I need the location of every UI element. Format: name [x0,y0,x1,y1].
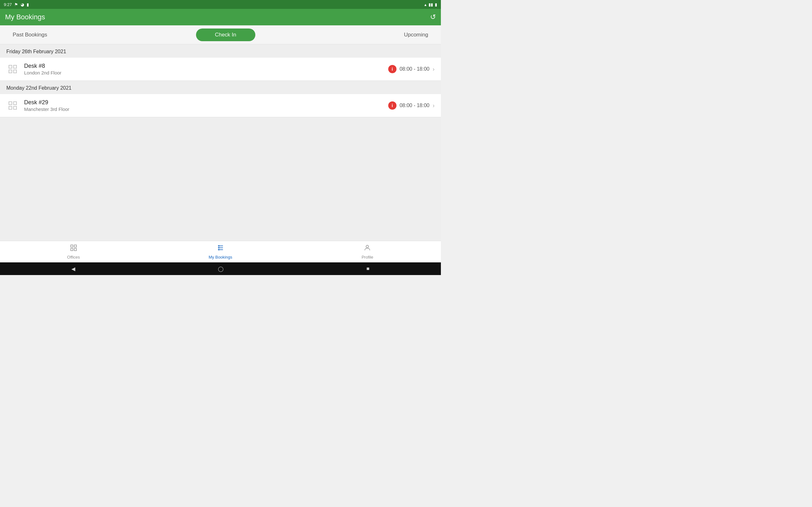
svg-rect-9 [74,245,77,247]
booking-info-1: Desk #8 London 2nd Floor [24,63,388,75]
signal-icon: ▮▮ [428,2,433,7]
chevron-right-1: › [433,66,435,72]
svg-rect-1 [14,65,16,68]
svg-rect-10 [71,248,73,250]
desk-icon-2 [6,99,19,112]
profile-label: Profile [362,255,373,260]
booking-name-2: Desk #29 [24,99,388,106]
svg-rect-6 [9,107,12,109]
date-header-1: Friday 26th February 2021 [0,44,441,58]
date-header-2: Monday 22nd February 2021 [0,81,441,94]
svg-rect-8 [71,245,73,247]
tab-past-bookings[interactable]: Past Bookings [8,29,52,41]
booking-name-1: Desk #8 [24,63,388,69]
booking-info-2: Desk #29 Manchester 3rd Floor [24,99,388,112]
booking-time-1: 08:00 - 18:00 [400,66,429,72]
system-nav-bar: ◀ ◯ ■ [0,262,441,275]
svg-rect-0 [9,65,12,68]
date-label-2: Monday 22nd February 2021 [6,85,71,91]
refresh-button[interactable]: ↺ [430,13,436,21]
svg-rect-2 [9,70,12,73]
svg-rect-4 [9,102,12,105]
bookings-content: Friday 26th February 2021 Desk #8 London… [0,44,441,241]
home-button[interactable]: ◯ [218,266,223,272]
tab-bar: Past Bookings Check In Upcoming [0,25,441,44]
booking-group-1: Friday 26th February 2021 Desk #8 London… [0,44,441,81]
svg-point-18 [366,245,368,248]
alert-badge-2: i [388,101,397,110]
status-bar: 9:27 ⚑ ◕ ▮ ▴ ▮▮ ▮ [0,0,441,9]
circle-dot-icon: ◕ [20,2,24,7]
svg-rect-3 [14,70,16,73]
app-bar-title: My Bookings [5,13,45,21]
date-label-1: Friday 26th February 2021 [6,49,66,54]
booking-right-1: i 08:00 - 18:00 › [388,65,435,73]
svg-point-17 [218,249,219,250]
booking-card-1[interactable]: Desk #8 London 2nd Floor i 08:00 - 18:00… [0,58,441,81]
tab-check-in[interactable]: Check In [196,29,255,41]
booking-location-1: London 2nd Floor [24,70,388,75]
wifi-icon: ▴ [424,2,426,7]
bottom-nav: Offices My Bookings Profile [0,241,441,262]
recents-button[interactable]: ■ [366,266,369,272]
booking-card-2[interactable]: Desk #29 Manchester 3rd Floor i 08:00 - … [0,94,441,117]
tab-upcoming[interactable]: Upcoming [399,29,433,41]
svg-rect-11 [74,248,77,250]
status-left: 9:27 ⚑ ◕ ▮ [4,2,29,7]
booking-right-2: i 08:00 - 18:00 › [388,101,435,110]
chevron-right-2: › [433,102,435,109]
nav-my-bookings[interactable]: My Bookings [147,244,294,260]
battery-status-icon: ▮ [435,2,437,7]
offices-icon [70,244,78,253]
bookmark-icon: ⚑ [14,2,18,7]
back-button[interactable]: ◀ [71,266,75,272]
booking-time-2: 08:00 - 18:00 [400,103,429,108]
nav-offices[interactable]: Offices [0,244,147,260]
battery-icon: ▮ [27,2,29,7]
booking-group-2: Monday 22nd February 2021 Desk #29 Manch… [0,81,441,117]
svg-point-15 [218,245,219,246]
alert-badge-1: i [388,65,397,73]
profile-icon [363,244,371,253]
my-bookings-label: My Bookings [209,255,232,260]
svg-rect-7 [14,107,16,109]
my-bookings-icon [217,244,224,253]
desk-icon-1 [6,63,19,75]
svg-rect-5 [14,102,16,105]
nav-profile[interactable]: Profile [294,244,441,260]
booking-location-2: Manchester 3rd Floor [24,107,388,112]
app-bar: My Bookings ↺ [0,9,441,25]
status-right: ▴ ▮▮ ▮ [424,2,437,7]
offices-label: Offices [67,255,80,260]
status-time: 9:27 [4,2,12,7]
svg-point-16 [218,247,219,248]
